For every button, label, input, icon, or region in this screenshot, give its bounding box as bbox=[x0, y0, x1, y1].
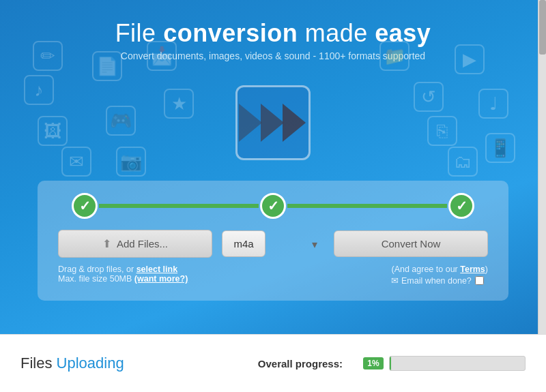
top-section: ✏ ♪ 🖼 ✉ 📄 🎮 📷 📩 ★ 📁 ↺ ⎘ 🗂 ▶ ♩ 📱 File con… bbox=[0, 0, 546, 334]
step-line-2 bbox=[287, 204, 447, 208]
step-1: ✓ bbox=[72, 193, 98, 219]
step-3: ✓ bbox=[448, 193, 474, 219]
files-label: Files bbox=[20, 355, 52, 372]
want-more-link[interactable]: (want more?) bbox=[134, 274, 188, 284]
step-line-1 bbox=[99, 204, 259, 208]
format-select-wrapper: m4a mp3 mp4 avi wav flac bbox=[222, 230, 324, 257]
progress-bar-wrapper: 1% bbox=[363, 356, 526, 371]
scrollbar[interactable] bbox=[538, 0, 546, 334]
uploading-label: Uploading bbox=[57, 355, 124, 372]
drag-drop-text: Drag & drop files, or bbox=[58, 265, 136, 274]
agree-text: (And agree to our Terms) bbox=[391, 265, 488, 274]
agree-prefix: (And agree to our bbox=[391, 265, 460, 274]
email-checkbox[interactable] bbox=[475, 276, 484, 285]
arrow-1 bbox=[239, 104, 262, 142]
add-files-label: Add Files... bbox=[117, 238, 168, 250]
logo-area bbox=[0, 65, 546, 181]
file-size-text: Max. file size 50MB bbox=[58, 274, 134, 284]
step-2: ✓ bbox=[260, 193, 286, 219]
upload-icon: ⬆ bbox=[102, 237, 111, 250]
bottom-section: Files Uploading Overall progress: 1% bbox=[0, 334, 546, 392]
converter-box: ✓ ✓ ✓ ⬆ Add Files... m4a mp3 mp4 avi wav… bbox=[38, 181, 508, 301]
agree-end: ) bbox=[485, 265, 488, 274]
format-select[interactable]: m4a mp3 mp4 avi wav flac bbox=[222, 230, 265, 257]
info-row: Drag & drop files, or select link Max. f… bbox=[58, 265, 488, 286]
arrow-3 bbox=[283, 104, 306, 142]
convert-now-button[interactable]: Convert Now bbox=[334, 230, 488, 257]
progress-pct: 1% bbox=[363, 357, 384, 370]
arrow-2 bbox=[261, 104, 284, 142]
progress-bar-background bbox=[389, 356, 526, 371]
scrollbar-thumb[interactable] bbox=[539, 0, 546, 55]
select-link[interactable]: select link bbox=[136, 265, 177, 274]
steps-row: ✓ ✓ ✓ bbox=[58, 193, 488, 219]
terms-link[interactable]: Terms bbox=[460, 265, 485, 274]
add-files-button[interactable]: ⬆ Add Files... bbox=[58, 230, 212, 258]
info-right: (And agree to our Terms) ✉ Email when do… bbox=[391, 265, 488, 286]
progress-bar-fill bbox=[390, 357, 391, 370]
controls-row: ⬆ Add Files... m4a mp3 mp4 avi wav flac … bbox=[58, 230, 488, 258]
email-label: ✉ Email when done? bbox=[391, 275, 471, 286]
files-uploading-title: Files Uploading bbox=[20, 355, 124, 372]
email-row: ✉ Email when done? bbox=[391, 275, 488, 286]
logo-arrows bbox=[240, 104, 306, 142]
logo-box bbox=[235, 85, 311, 160]
overall-progress-label: Overall progress: bbox=[258, 358, 343, 370]
info-left: Drag & drop files, or select link Max. f… bbox=[58, 265, 188, 286]
